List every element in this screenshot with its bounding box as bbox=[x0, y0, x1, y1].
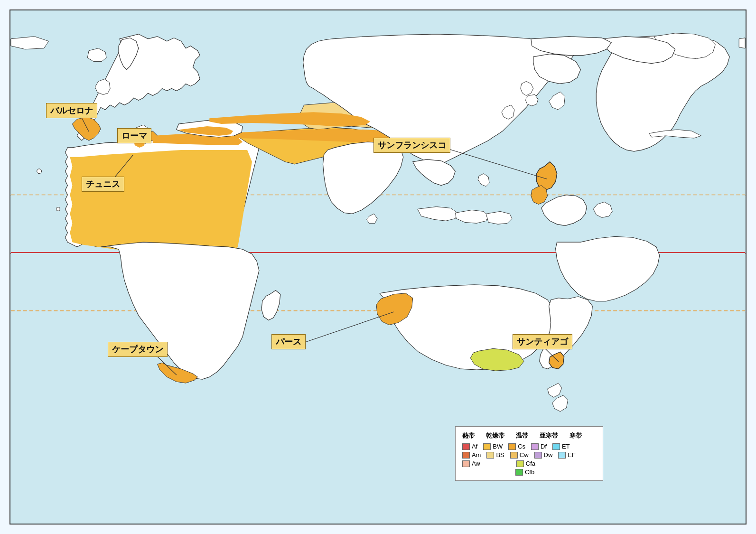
svg-point-4 bbox=[56, 207, 60, 211]
legend-Dw: Dw bbox=[534, 451, 553, 459]
label-perth: パース bbox=[271, 334, 306, 349]
legend-ET: ET bbox=[552, 443, 570, 450]
svg-point-5 bbox=[37, 169, 42, 174]
legend-arid-label: 乾燥帯 bbox=[486, 431, 504, 440]
climate-legend: 熱帯 乾燥帯 温帯 亜寒帯 寒帯 Af BW Cs bbox=[455, 426, 603, 481]
label-cape-town: ケープタウン bbox=[108, 342, 168, 357]
legend-temperate-label: 温帯 bbox=[516, 431, 528, 440]
legend-EF: EF bbox=[558, 451, 576, 459]
legend-Cw: Cw bbox=[510, 451, 529, 459]
legend-BS: BS bbox=[486, 451, 504, 459]
label-santiago: サンティアゴ bbox=[513, 334, 572, 349]
world-map-svg bbox=[10, 10, 746, 524]
label-rome: ローマ bbox=[117, 128, 151, 143]
legend-Cfa: Cfa bbox=[516, 460, 535, 467]
legend-Am: Am bbox=[462, 451, 481, 459]
label-barcelona: バルセロナ bbox=[46, 103, 97, 118]
legend-subarctic-label: 亜寒帯 bbox=[540, 431, 558, 440]
map-container: バルセロナ ローマ チュニス サンフランシスコ ケープタウン パース サンティア… bbox=[9, 9, 747, 525]
legend-Cs: Cs bbox=[508, 443, 525, 450]
legend-tropical-label: 熱帯 bbox=[462, 431, 475, 440]
legend-Af: Af bbox=[462, 443, 477, 450]
legend-Cfb: Cfb bbox=[515, 468, 534, 476]
label-tunis: チュニス bbox=[82, 177, 124, 192]
legend-BW: BW bbox=[483, 443, 503, 450]
legend-polar-label: 寒帯 bbox=[569, 431, 582, 440]
label-san-francisco: サンフランシスコ bbox=[373, 138, 450, 153]
legend-Aw: Aw bbox=[462, 460, 480, 467]
legend-Df: Df bbox=[531, 443, 547, 450]
